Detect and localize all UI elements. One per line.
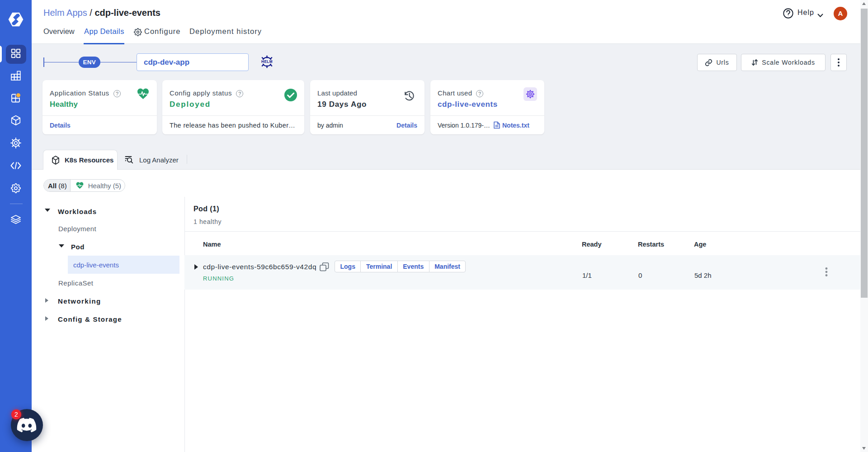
- svg-text:HELM: HELM: [261, 60, 273, 64]
